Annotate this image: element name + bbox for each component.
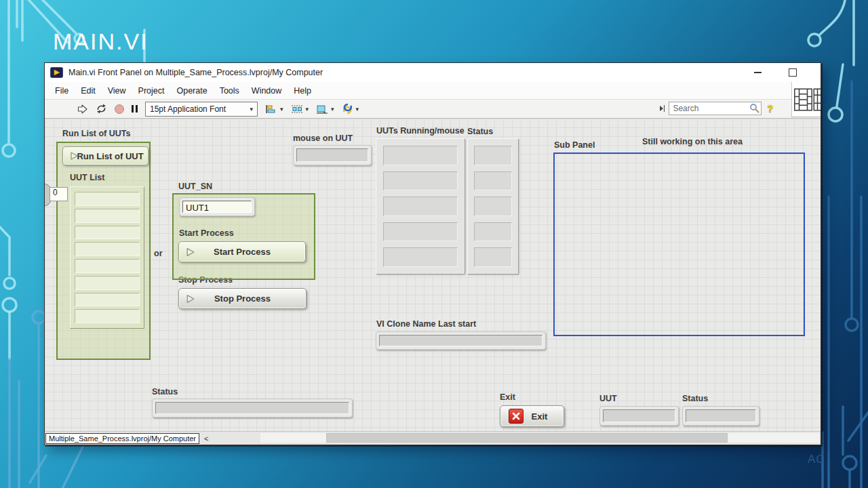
menu-project[interactable]: Project [132,84,171,98]
list-cell[interactable] [75,192,140,206]
menu-operate[interactable]: Operate [170,84,213,98]
exit-x-icon [509,409,524,424]
list-cell [383,222,458,242]
search-area: ? [660,102,773,115]
sub-panel-container [553,152,805,336]
menu-window[interactable]: Window [245,84,288,98]
status-bottom-indicator [152,399,353,418]
stop-process-button[interactable]: Stop Process [178,288,307,309]
menu-edit[interactable]: Edit [75,84,102,98]
resize-objects-button[interactable]: ▾ [316,104,334,114]
project-context-tab[interactable]: Multiple_Same_Process.lvproj/My Computer [45,433,199,444]
pause-button[interactable] [132,105,138,113]
mouse-on-uut-indicator [293,145,372,165]
chevron-down-icon: ▾ [331,106,334,113]
help-button[interactable]: ? [767,103,773,114]
play-icon [185,293,196,304]
exit-button-label: Exit [532,411,548,422]
exit-button[interactable]: Exit [500,405,564,427]
uut-list-index[interactable]: 0 [50,187,68,201]
vi-clone-label: VI Clone Name Last start [376,319,476,329]
uut-bottom-indicator [599,406,679,426]
window-titlebar[interactable]: Main.vi Front Panel on Multiple_Same_Pro… [45,63,821,82]
align-objects-button[interactable]: ▾ [265,104,283,114]
menu-view[interactable]: View [102,84,132,98]
sub-panel-note: Still working on this area [642,137,743,146]
or-label: or [154,249,163,258]
uut-bottom-label: UUT [599,394,617,403]
list-cell[interactable] [75,242,140,256]
menu-help[interactable]: Help [288,84,317,98]
align-objects-icon [265,104,277,114]
list-cell [474,247,512,267]
list-cell [474,146,512,165]
labview-front-panel-window: Main.vi Front Panel on Multiple_Same_Pro… [44,62,821,445]
run-continuously-icon [96,104,107,114]
minimize-button[interactable] [747,63,768,82]
list-cell[interactable] [75,209,140,223]
menu-file[interactable]: File [49,84,75,98]
menu-bar: File Edit View Project Operate Tools Win… [45,82,821,100]
status-right-value [686,409,756,422]
list-cell [474,171,512,191]
uut-sn-field[interactable]: UUT1 [179,197,255,216]
chevron-down-icon: ▾ [250,106,253,113]
abort-button[interactable] [115,104,124,114]
horizontal-scrollbar[interactable] [260,433,819,443]
list-cell [474,222,512,242]
list-cell[interactable] [75,259,140,273]
search-scope-bar [664,105,665,112]
chevron-down-icon: ▾ [280,106,283,113]
labview-app-icon [50,67,63,78]
search-input[interactable] [669,102,762,115]
maximize-button[interactable] [783,63,803,82]
abort-icon [115,104,124,114]
uut-sn-label: UUT_SN [178,182,212,191]
toolbar: 15pt Application Font ▾ ▾ ▾ [45,100,821,119]
list-cell [383,197,458,216]
reorder-objects-icon [342,104,353,114]
distribute-objects-icon [291,104,303,114]
maximize-icon [789,68,797,77]
list-cell [383,146,458,165]
start-process-button-label: Start Process [214,247,271,257]
uut-bottom-value [603,409,675,422]
run-list-button[interactable]: Run List of UUT [62,146,149,165]
list-cell[interactable] [75,276,140,290]
run-arrow-icon [77,104,88,115]
stop-process-button-label: Stop Process [214,293,271,304]
chevron-down-icon: ▾ [356,106,359,113]
uut-list[interactable] [70,186,144,329]
status-column-label: Status [467,127,493,136]
list-cell[interactable] [75,226,140,240]
run-list-label: Run List of UUTs [62,129,130,138]
search-icon [749,103,760,113]
slide-footer-initials: AC [808,453,825,466]
distribute-objects-button[interactable]: ▾ [291,104,309,114]
run-button[interactable] [77,104,88,115]
font-selector-value: 15pt Application Font [150,104,226,114]
search-box [669,102,762,115]
run-continuously-button[interactable] [96,104,107,114]
start-process-button[interactable]: Start Process [178,241,306,262]
list-cell [383,247,458,267]
slide-title: MAIN.VI [53,28,149,55]
uut-sn-value[interactable]: UUT1 [182,201,252,213]
connector-pane-button[interactable] [791,82,821,117]
menu-tools[interactable]: Tools [214,84,245,98]
status-right-label: Status [682,394,708,403]
minimize-icon [754,72,762,73]
font-selector[interactable]: 15pt Application Font ▾ [145,102,258,117]
front-panel: Stop Process Run List of UUTs Run List o… [45,119,821,431]
window-statusbar: Multiple_Same_Process.lvproj/My Computer… [45,431,821,445]
list-cell[interactable] [75,309,140,323]
vi-clone-indicator [376,331,546,350]
status-bottom-label: Status [152,387,178,396]
slide: MAIN.VI AC Main.vi Front Panel on Multip… [0,0,868,488]
search-scope-icon[interactable] [660,105,665,112]
scrollbar-thumb[interactable] [326,433,728,443]
reorder-objects-button[interactable]: ▾ [342,104,359,114]
scroll-left-arrow[interactable]: < [204,434,208,443]
uut-list-label: UUT List [70,173,104,182]
list-cell[interactable] [75,293,140,307]
